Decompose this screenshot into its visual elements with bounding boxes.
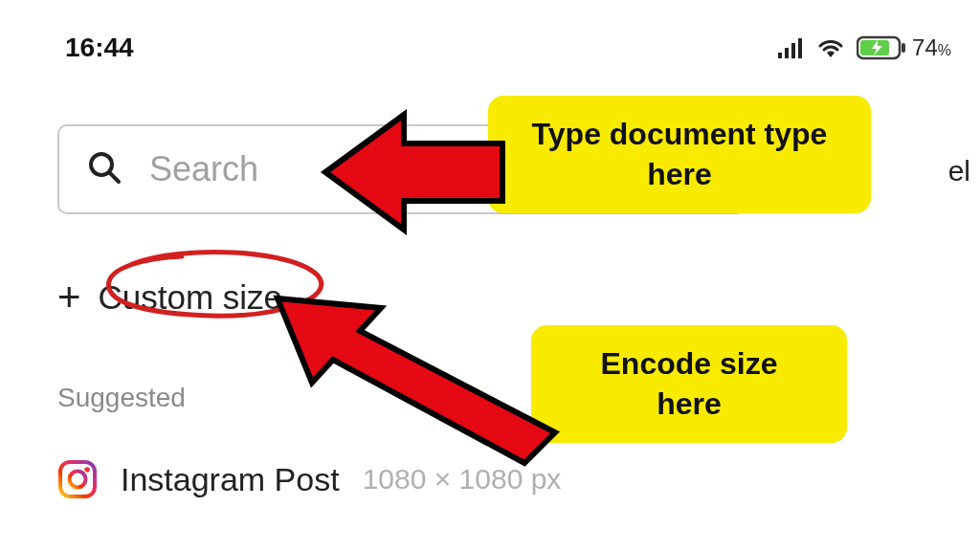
svg-rect-1 — [785, 48, 789, 58]
instagram-icon — [57, 459, 98, 499]
svg-rect-5 — [902, 43, 905, 53]
status-bar: 16:44 — [0, 31, 980, 65]
template-label: Instagram Post — [121, 461, 340, 498]
template-instagram-post[interactable]: Instagram Post 1080 × 1080 px — [57, 459, 561, 499]
arrow-to-customsize-icon — [268, 281, 565, 473]
svg-rect-9 — [60, 462, 95, 496]
svg-rect-2 — [791, 43, 795, 58]
suggested-heading: Suggested — [57, 383, 186, 413]
wifi-icon — [814, 35, 847, 60]
annotation-callout-customsize: Encode size here — [531, 325, 847, 443]
svg-rect-3 — [798, 38, 802, 58]
cancel-partial-text[interactable]: el — [948, 155, 970, 187]
battery-percent: 74% — [912, 34, 951, 61]
plus-icon: + — [57, 277, 81, 318]
battery-icon: 74% — [857, 34, 951, 61]
template-dimensions: 1080 × 1080 px — [363, 463, 562, 496]
custom-size-button[interactable]: + Custom size — [57, 277, 282, 318]
status-indicators: 74% — [778, 34, 951, 61]
svg-rect-0 — [778, 53, 782, 58]
search-icon — [86, 149, 122, 189]
annotation-callout-search: Type document type here — [488, 96, 871, 213]
svg-line-8 — [110, 173, 119, 182]
status-time: 16:44 — [65, 33, 134, 63]
svg-point-10 — [70, 472, 86, 488]
svg-point-11 — [84, 467, 90, 473]
cellular-signal-icon — [778, 36, 805, 59]
custom-size-label: Custom size — [99, 278, 283, 317]
